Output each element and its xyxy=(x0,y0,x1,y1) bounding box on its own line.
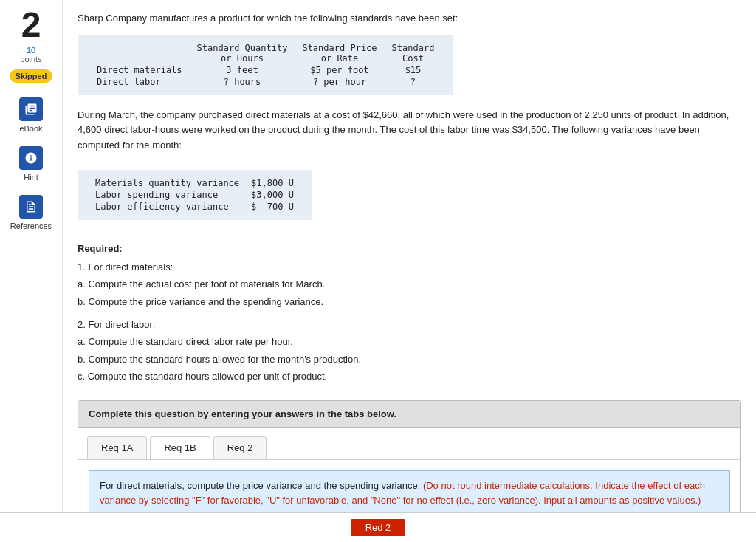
main-content: Sharp Company manufactures a product for… xyxy=(63,0,756,542)
instruction-black: For direct materials, compute the price … xyxy=(100,480,420,491)
bottom-tab-bar: Red 2 xyxy=(0,512,756,542)
req-item-3: 2. For direct labor: xyxy=(78,316,741,333)
body-text: During March, the company purchased dire… xyxy=(78,108,741,154)
req-item-1: a. Compute the actual cost per foot of m… xyxy=(78,275,741,292)
red-tab[interactable]: Red 2 xyxy=(351,519,406,536)
standards-table: Standard Quantityor Hours Standard Price… xyxy=(78,35,453,95)
tabs-row: Req 1A Req 1B Req 2 xyxy=(78,428,740,460)
book-icon xyxy=(19,97,43,121)
variance-row-3-value: $ 700 U xyxy=(245,201,300,213)
hint-icon xyxy=(19,146,43,170)
req-item-2: b. Compute the price variance and the sp… xyxy=(78,293,741,310)
references-label: References xyxy=(10,222,52,230)
required-list: 1. For direct materials: a. Compute the … xyxy=(78,258,741,385)
req-item-5: b. Compute the standard hours allowed fo… xyxy=(78,351,741,368)
variance-row-1-label: Materials quantity variance xyxy=(89,177,245,189)
variance-row-2-value: $3,000 U xyxy=(245,189,300,201)
sidebar: 2 10 points Skipped eBook Hint Refere xyxy=(0,0,63,542)
req-item-0: 1. For direct materials: xyxy=(78,258,741,275)
references-icon xyxy=(19,195,43,219)
req-item-4: a. Compute the standard direct labor rat… xyxy=(78,333,741,350)
variance-row-2-label: Labor spending variance xyxy=(89,189,245,201)
variance-row-3-label: Labor efficiency variance xyxy=(89,201,245,213)
labor-label: Direct labor xyxy=(89,76,190,88)
question-intro: Sharp Company manufactures a product for… xyxy=(78,11,741,26)
sidebar-item-ebook[interactable]: eBook xyxy=(19,97,43,133)
sidebar-item-hint[interactable]: Hint xyxy=(19,146,43,182)
labor-price: ? per hour xyxy=(295,76,384,88)
sidebar-tools: eBook Hint References xyxy=(10,97,52,230)
sidebar-item-references[interactable]: References xyxy=(10,195,52,230)
instruction-box: For direct materials, compute the price … xyxy=(89,470,730,518)
ebook-label: eBook xyxy=(19,124,42,133)
required-title: Required: xyxy=(78,243,741,254)
material-label: Direct materials xyxy=(89,64,190,76)
question-number: 2 xyxy=(21,7,41,43)
points-label: points xyxy=(20,55,41,64)
complete-box-header: Complete this question by entering your … xyxy=(78,401,740,428)
labor-qty: ? hours xyxy=(190,76,295,88)
tab-req1a[interactable]: Req 1A xyxy=(87,436,147,459)
hint-label: Hint xyxy=(24,173,38,182)
tab-req2[interactable]: Req 2 xyxy=(213,436,267,459)
labor-cost: ? xyxy=(385,76,442,88)
variance-row-1-value: $1,800 U xyxy=(245,177,300,189)
required-section: Required: 1. For direct materials: a. Co… xyxy=(78,243,741,385)
material-cost: $15 xyxy=(385,64,442,76)
variances-table: Materials quantity variance $1,800 U Lab… xyxy=(78,170,312,220)
material-price: $5 per foot xyxy=(295,64,384,76)
tab-req1b[interactable]: Req 1B xyxy=(150,436,210,459)
material-qty: 3 feet xyxy=(190,64,295,76)
points-value: 10 xyxy=(27,46,35,55)
req-item-6: c. Compute the standard hours allowed pe… xyxy=(78,368,741,385)
skipped-badge: Skipped xyxy=(10,69,53,83)
